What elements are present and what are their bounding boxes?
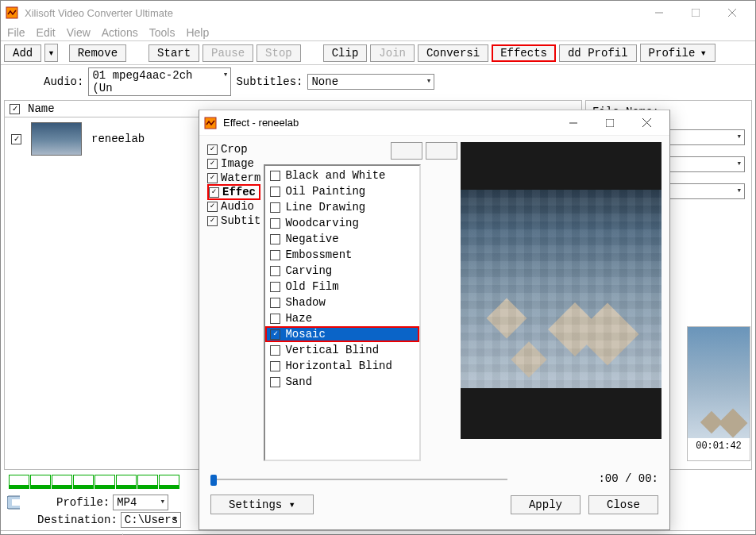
row-checkbox[interactable] (11, 134, 21, 144)
effect-checkbox[interactable] (270, 218, 280, 229)
wave-cell (9, 475, 29, 489)
add-dropdown[interactable]: ▾ (44, 44, 57, 62)
effect-category-audio[interactable]: Audio (207, 199, 260, 214)
close-button[interactable] (714, 1, 750, 25)
maximize-button[interactable] (677, 1, 714, 25)
category-checkbox[interactable] (207, 216, 218, 226)
audio-select[interactable]: 01 mpeg4aac-2ch (Un (88, 67, 231, 96)
effect-item[interactable]: Black and White (265, 167, 419, 183)
close-dialog-button[interactable]: Close (588, 495, 658, 514)
menu-edit[interactable]: Edit (37, 26, 56, 39)
category-label: Crop (221, 143, 248, 156)
main-titlebar: Xilisoft Video Converter Ultimate (1, 1, 755, 25)
destination-field[interactable]: C:\Users (121, 512, 181, 528)
effect-label: Oil Painting (285, 185, 365, 198)
effect-category-image[interactable]: Image (207, 156, 260, 171)
effect-label: Line Drawing (285, 201, 365, 214)
effect-item[interactable]: Shadow (265, 294, 419, 310)
dialog-footer: Settings ▾ Apply Close (199, 488, 669, 521)
menu-view[interactable]: View (67, 26, 91, 39)
effect-label: Woodcarving (285, 217, 358, 229)
effect-category-crop[interactable]: Crop (207, 142, 260, 156)
clip-button[interactable]: Clip (323, 44, 368, 62)
effect-item[interactable]: Woodcarving (265, 215, 419, 231)
effect-checkbox[interactable] (270, 298, 280, 308)
effect-item[interactable]: Negative (265, 231, 419, 247)
dialog-tool-button-1[interactable] (391, 142, 422, 160)
effect-label: Sand (285, 375, 312, 388)
effect-item[interactable]: Mosaic (265, 326, 419, 342)
effect-checkbox[interactable] (270, 171, 280, 181)
join-button[interactable]: Join (370, 44, 415, 62)
dialog-title: Effect - reneelab (223, 117, 555, 129)
subbar: Audio: 01 mpeg4aac-2ch (Un Subtitles: No… (1, 65, 755, 98)
start-button[interactable]: Start (148, 44, 199, 62)
pause-button[interactable]: Pause (202, 44, 253, 62)
effect-category-waterm[interactable]: Waterm (207, 171, 260, 185)
wave-cell (94, 475, 115, 489)
dialog-maximize-button[interactable] (592, 111, 628, 135)
category-label: Audio (221, 200, 254, 213)
effect-category-effec[interactable]: Effec (207, 184, 260, 200)
svg-rect-9 (606, 119, 614, 127)
effect-item[interactable]: Vertical Blind (265, 342, 419, 358)
subtitles-select[interactable]: None (307, 74, 434, 90)
menu-file[interactable]: File (7, 26, 25, 39)
svg-rect-6 (12, 499, 20, 506)
effect-item[interactable]: Haze (265, 310, 419, 326)
category-checkbox[interactable] (207, 173, 218, 183)
effect-item[interactable]: Sand (265, 374, 419, 390)
conversion-button[interactable]: Conversi (418, 44, 488, 62)
effect-checkbox[interactable] (270, 377, 280, 387)
dialog-body: CropImageWatermEffecAudioSubtit Black an… (199, 136, 669, 468)
apply-button[interactable]: Apply (511, 495, 580, 514)
wave-cell (30, 475, 51, 489)
effect-checkbox[interactable] (270, 250, 280, 260)
menu-actions[interactable]: Actions (102, 26, 138, 39)
effect-checkbox[interactable] (270, 345, 280, 356)
effects-button[interactable]: Effects (492, 44, 556, 62)
effect-item[interactable]: Embossment (265, 247, 419, 263)
slider-thumb[interactable] (210, 475, 217, 486)
effect-checkbox[interactable] (270, 314, 280, 324)
profile-select-value: MP4 (117, 496, 137, 509)
effect-item[interactable]: Oil Painting (265, 183, 419, 199)
playback-slider[interactable]: :00 / 00: (210, 472, 658, 487)
effect-checkbox[interactable] (270, 266, 280, 276)
minimize-button[interactable] (641, 1, 677, 25)
menu-help[interactable]: Help (186, 26, 209, 39)
effect-category-subtit[interactable]: Subtit (207, 214, 260, 228)
effect-checkbox[interactable] (270, 329, 280, 340)
wave-cell (73, 475, 94, 489)
destination-field-value: C:\Users (125, 514, 178, 526)
category-checkbox[interactable] (207, 202, 218, 212)
category-checkbox[interactable] (207, 144, 218, 155)
effect-checkbox[interactable] (270, 187, 280, 197)
effect-preview-image (461, 190, 662, 388)
effect-item[interactable]: Old Film (265, 279, 419, 294)
effect-checkbox[interactable] (270, 202, 280, 213)
settings-button[interactable]: Settings ▾ (210, 495, 314, 514)
header-checkbox[interactable] (10, 104, 20, 114)
dialog-minimize-button[interactable] (555, 111, 592, 135)
effect-item[interactable]: Carving (265, 263, 419, 279)
category-checkbox[interactable] (209, 187, 219, 198)
effect-dialog: Effect - reneelab CropImageWatermEffecAu… (199, 110, 670, 530)
stop-button[interactable]: Stop (256, 44, 301, 62)
effect-checkbox[interactable] (270, 282, 280, 292)
effect-item[interactable]: Horizontal Blind (265, 358, 419, 374)
audio-select-value: 01 mpeg4aac-2ch (Un (92, 69, 192, 94)
category-checkbox[interactable] (207, 159, 218, 169)
dialog-close-button[interactable] (628, 111, 665, 135)
menu-tools[interactable]: Tools (149, 26, 176, 39)
profile-select[interactable]: MP4 (113, 495, 168, 510)
effect-checkbox[interactable] (270, 361, 280, 371)
add-profile-button[interactable]: dd Profil (559, 44, 637, 62)
effect-item[interactable]: Line Drawing (265, 199, 419, 215)
dialog-tool-button-2[interactable] (426, 142, 457, 160)
profile-button[interactable]: Profile▾ (640, 44, 716, 62)
add-button[interactable]: Add (4, 44, 41, 62)
effect-label: Mosaic (285, 328, 325, 341)
effect-checkbox[interactable] (270, 234, 280, 244)
remove-button[interactable]: Remove (69, 44, 126, 62)
